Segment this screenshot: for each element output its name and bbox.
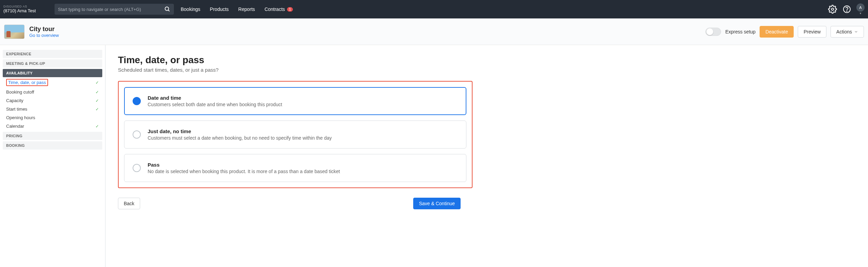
- search-wrap[interactable]: [55, 4, 174, 15]
- main-content: Time, date, or pass Scheduled start time…: [105, 45, 868, 267]
- sidebar-item-booking-cutoff[interactable]: Booking cutoff ✓: [3, 88, 102, 96]
- sidebar-item-label: Capacity: [6, 98, 24, 103]
- options-frame: Date and time Customers select both date…: [118, 81, 473, 188]
- nav-links: Bookings Products Reports Contracts 1: [181, 6, 293, 12]
- sidebar-item-capacity[interactable]: Capacity ✓: [3, 96, 102, 105]
- svg-line-1: [168, 10, 169, 11]
- check-icon: ✓: [95, 80, 99, 85]
- disguise-name: (8710) Arna Test: [3, 9, 48, 13]
- disguise-block: DISGUISED AS (8710) Arna Test: [3, 5, 48, 13]
- nav-contracts-label: Contracts: [265, 6, 285, 12]
- option-desc: Customers select both date and time when…: [148, 102, 282, 107]
- svg-point-2: [832, 8, 834, 11]
- product-heading-block: City tour Go to overview: [29, 26, 59, 38]
- sidebar-item-label: Calendar: [6, 124, 24, 129]
- option-title: Pass: [148, 162, 340, 168]
- actions-button[interactable]: Actions: [830, 26, 864, 38]
- sidebar-group-meeting[interactable]: MEETING & PICK-UP: [3, 59, 102, 68]
- radio-selected: [133, 97, 141, 105]
- nav-reports[interactable]: Reports: [238, 6, 255, 12]
- nav-right: A ▼: [828, 3, 865, 15]
- sidebar-item-time-date-pass[interactable]: Time, date, or pass ✓: [3, 77, 102, 88]
- sidebar-item-label: Start times: [6, 107, 27, 112]
- sidebar-item-calendar[interactable]: Calendar ✓: [3, 122, 102, 130]
- svg-point-4: [847, 11, 847, 12]
- product-title: City tour: [29, 26, 59, 33]
- option-title: Just date, no time: [148, 128, 332, 134]
- chevron-down-icon: [854, 30, 858, 34]
- svg-point-0: [165, 7, 169, 11]
- actions-label: Actions: [836, 29, 852, 34]
- option-date-and-time[interactable]: Date and time Customers select both date…: [124, 87, 466, 115]
- avatar: A: [856, 3, 865, 12]
- gear-icon[interactable]: [828, 4, 837, 14]
- nav-products[interactable]: Products: [210, 6, 229, 12]
- page-body: EXPERIENCE MEETING & PICK-UP AVAILABILIT…: [0, 45, 868, 267]
- sidebar: EXPERIENCE MEETING & PICK-UP AVAILABILIT…: [0, 45, 105, 267]
- search-input[interactable]: [55, 4, 174, 15]
- check-icon: ✓: [95, 98, 99, 103]
- express-toggle[interactable]: [705, 28, 721, 36]
- option-just-date[interactable]: Just date, no time Customers must select…: [124, 121, 466, 149]
- sidebar-group-pricing[interactable]: PRICING: [3, 132, 102, 140]
- preview-button[interactable]: Preview: [798, 26, 826, 38]
- sidebar-item-label: Booking cutoff: [6, 89, 34, 95]
- overview-link[interactable]: Go to overview: [29, 33, 59, 38]
- option-text: Just date, no time Customers must select…: [148, 128, 332, 141]
- sidebar-item-opening-hours[interactable]: Opening hours: [3, 113, 102, 122]
- sidebar-group-availability[interactable]: AVAILABILITY: [3, 69, 102, 77]
- page-subtitle: Scheduled start times, dates, or just a …: [118, 67, 856, 73]
- product-thumbnail: [4, 25, 25, 39]
- option-desc: No date is selected when booking this pr…: [148, 169, 340, 174]
- deactivate-button[interactable]: Deactivate: [760, 26, 794, 38]
- avatar-menu[interactable]: A ▼: [856, 3, 865, 15]
- nav-bookings[interactable]: Bookings: [181, 6, 200, 12]
- option-title: Date and time: [148, 95, 282, 101]
- save-continue-button[interactable]: Save & Continue: [413, 198, 461, 209]
- express-label: Express setup: [725, 29, 755, 34]
- page-title: Time, date, or pass: [118, 55, 856, 66]
- secondary-bar: City tour Go to overview Express setup D…: [0, 18, 868, 45]
- chevron-down-icon: ▼: [859, 12, 862, 15]
- radio: [133, 130, 141, 139]
- check-icon: ✓: [95, 90, 99, 95]
- option-desc: Customers must select a date when bookin…: [148, 135, 332, 141]
- nav-contracts[interactable]: Contracts 1: [265, 6, 293, 12]
- search-icon[interactable]: [164, 6, 170, 12]
- sidebar-group-booking[interactable]: BOOKING: [3, 141, 102, 150]
- help-icon[interactable]: [842, 4, 852, 14]
- radio: [133, 164, 141, 172]
- check-icon: ✓: [95, 124, 99, 129]
- top-nav: DISGUISED AS (8710) Arna Test Bookings P…: [0, 0, 868, 18]
- secondary-right: Express setup Deactivate Preview Actions: [705, 26, 864, 38]
- sidebar-group-experience[interactable]: EXPERIENCE: [3, 50, 102, 58]
- sidebar-item-start-times[interactable]: Start times ✓: [3, 105, 102, 113]
- option-pass[interactable]: Pass No date is selected when booking th…: [124, 154, 466, 182]
- toggle-knob: [706, 28, 713, 35]
- footer-actions: Back Save & Continue: [118, 198, 461, 209]
- check-icon: ✓: [95, 107, 99, 112]
- back-button[interactable]: Back: [118, 198, 140, 209]
- option-text: Pass No date is selected when booking th…: [148, 162, 340, 174]
- sidebar-item-label: Time, date, or pass: [6, 79, 48, 86]
- option-text: Date and time Customers select both date…: [148, 95, 282, 107]
- sidebar-item-label: Opening hours: [6, 115, 35, 120]
- contracts-badge: 1: [287, 7, 293, 12]
